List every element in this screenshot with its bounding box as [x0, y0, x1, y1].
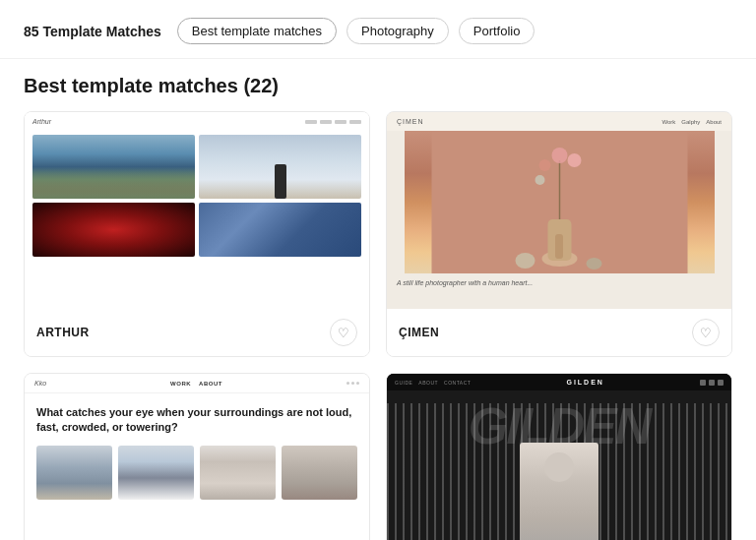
filter-photography[interactable]: Photography [346, 18, 449, 44]
template-card-gilden[interactable]: GUIDE ABOUT CONTACT GILDEN GILDEN [386, 373, 732, 540]
gilden-nav: GUIDE ABOUT CONTACT [395, 380, 471, 386]
gilden-person [520, 443, 598, 540]
arthur-name: ARTHUR [36, 326, 90, 339]
kko-logo: Kko [34, 380, 46, 387]
cimen-nav-galphy: Galphy [681, 119, 700, 125]
svg-point-4 [551, 148, 567, 163]
svg-point-9 [586, 258, 601, 270]
svg-rect-2 [547, 219, 571, 261]
cimen-photo [405, 131, 715, 273]
cimen-topbar: ÇIMEN Work Galphy About [387, 112, 731, 131]
filter-best[interactable]: Best template matches [177, 18, 337, 44]
kko-thumb-4 [282, 446, 357, 500]
kko-preview: Kko WORK ABOUT What catches your eye whe… [25, 374, 369, 540]
cimen-preview: ÇIMEN Work Galphy About [387, 112, 731, 309]
svg-point-5 [538, 159, 550, 171]
arthur-img-person [199, 135, 361, 199]
kko-nav-work: WORK [170, 381, 191, 387]
cimen-logo: ÇIMEN [397, 118, 424, 125]
arthur-img-red [32, 203, 195, 257]
cimen-nav-about: About [706, 119, 722, 125]
template-card-cimen[interactable]: ÇIMEN Work Galphy About [386, 111, 732, 357]
kko-nav-about: ABOUT [199, 381, 222, 387]
gilden-nav-guide: GUIDE [395, 380, 412, 386]
kko-dots [346, 382, 359, 385]
cimen-nav: Work Galphy About [662, 119, 722, 125]
kko-thumb-1 [36, 446, 112, 500]
arthur-img-mountain [32, 135, 195, 199]
arthur-heart-button[interactable]: ♡ [330, 319, 357, 346]
gilden-logo: GILDEN [566, 379, 603, 386]
gilden-icons [700, 380, 724, 386]
kko-nav: WORK ABOUT [170, 381, 222, 387]
template-grid: Arthur [0, 111, 756, 540]
arthur-preview: Arthur [25, 112, 369, 309]
template-card-arthur[interactable]: Arthur [24, 111, 370, 357]
svg-point-6 [567, 153, 581, 167]
section-title: Best template matches (22) [0, 59, 756, 111]
kko-thumb-2 [118, 446, 194, 500]
filter-portfolio[interactable]: Portfolio [459, 18, 536, 44]
gilden-icon-1 [700, 380, 706, 386]
arthur-topbar: Arthur [25, 112, 369, 131]
gilden-nav-about: ABOUT [418, 380, 438, 386]
kko-thumb-3 [200, 446, 276, 500]
kko-thumbnails [25, 446, 369, 500]
gilden-topbar: GUIDE ABOUT CONTACT GILDEN [387, 374, 731, 390]
gilden-icon-3 [718, 380, 724, 386]
cimen-name: ÇIMEN [399, 326, 439, 339]
cimen-caption: A still life photographer with a human h… [387, 273, 731, 292]
top-bar: 85 Template Matches Best template matche… [0, 0, 756, 59]
kko-topbar: Kko WORK ABOUT [25, 374, 369, 393]
arthur-footer: ARTHUR ♡ [25, 309, 369, 356]
arthur-logo: Arthur [32, 118, 51, 125]
gilden-icon-2 [709, 380, 715, 386]
match-count: 85 Template Matches [24, 24, 161, 39]
svg-point-7 [535, 175, 544, 185]
cimen-nav-work: Work [662, 119, 675, 125]
template-card-kko[interactable]: Kko WORK ABOUT What catches your eye whe… [24, 373, 370, 540]
arthur-img-blue [199, 203, 361, 257]
cimen-footer: ÇIMEN ♡ [387, 309, 731, 356]
svg-point-8 [515, 253, 535, 269]
gilden-nav-contact: CONTACT [444, 380, 471, 386]
arthur-nav [305, 120, 361, 124]
kko-headline: What catches your eye when your surround… [25, 393, 369, 446]
gilden-preview: GUIDE ABOUT CONTACT GILDEN GILDEN [387, 374, 731, 540]
arthur-images [25, 131, 369, 261]
cimen-heart-button[interactable]: ♡ [692, 319, 720, 346]
